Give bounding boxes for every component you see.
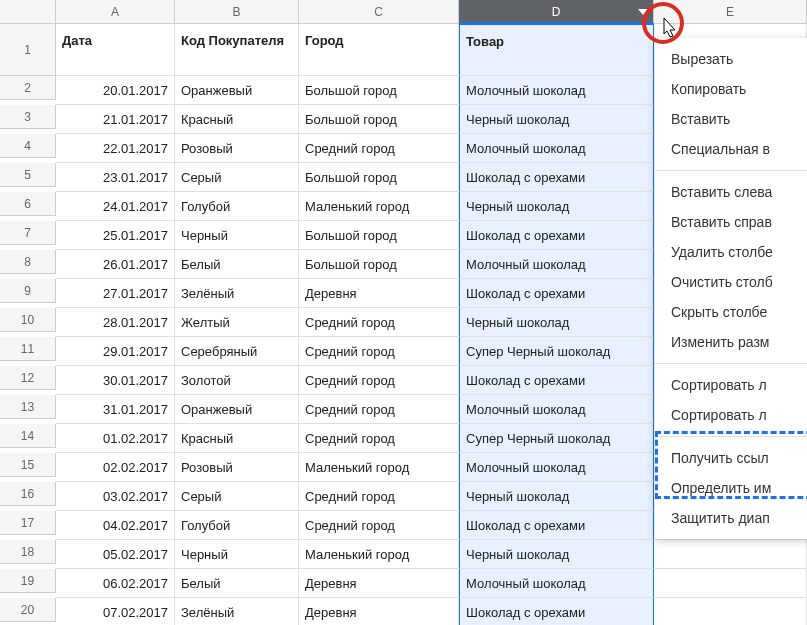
cell-A12[interactable]: 30.01.2017 (56, 366, 175, 395)
cell-A5[interactable]: 23.01.2017 (56, 163, 175, 192)
row-header-6[interactable]: 6 (0, 192, 56, 216)
col-header-D[interactable]: D (459, 0, 654, 24)
cell-D8[interactable]: Молочный шоколад (459, 250, 654, 279)
cell-A18[interactable]: 05.02.2017 (56, 540, 175, 569)
cell-D17[interactable]: Шоколад с орехами (459, 511, 654, 540)
cell-B5[interactable]: Серый (175, 163, 299, 192)
cell-B8[interactable]: Белый (175, 250, 299, 279)
cell-D11[interactable]: Супер Черный шоколад (459, 337, 654, 366)
cell-C17[interactable]: Средний город (299, 511, 459, 540)
cell-D20[interactable]: Шоколад с орехами (459, 598, 654, 625)
cell-A15[interactable]: 02.02.2017 (56, 453, 175, 482)
cell-C8[interactable]: Большой город (299, 250, 459, 279)
cell-E20[interactable] (654, 598, 807, 625)
menu-item[interactable]: Вставить справ (655, 207, 807, 237)
select-all-corner[interactable] (0, 0, 56, 24)
row-header-8[interactable]: 8 (0, 250, 56, 274)
menu-item[interactable]: Получить ссыл (655, 443, 807, 473)
row-header-14[interactable]: 14 (0, 424, 56, 448)
menu-item[interactable]: Сортировать л (655, 370, 807, 400)
cell-B7[interactable]: Черный (175, 221, 299, 250)
cell-B2[interactable]: Оранжевый (175, 76, 299, 105)
row-header-18[interactable]: 18 (0, 540, 56, 564)
header-cell-D[interactable]: Товар (459, 24, 654, 76)
cell-B20[interactable]: Зелёный (175, 598, 299, 625)
row-header-17[interactable]: 17 (0, 511, 56, 535)
menu-item[interactable]: Копировать (655, 74, 807, 104)
header-cell-A[interactable]: Дата (56, 24, 175, 76)
header-cell-B[interactable]: Код Покупателя (175, 24, 299, 76)
row-header-9[interactable]: 9 (0, 279, 56, 303)
menu-item[interactable]: Скрыть столбе (655, 297, 807, 327)
dropdown-arrow-icon[interactable] (637, 6, 649, 18)
menu-item[interactable]: Определить им (655, 473, 807, 503)
menu-item[interactable]: Вырезать (655, 44, 807, 74)
cell-D3[interactable]: Черный шоколад (459, 105, 654, 134)
cell-C13[interactable]: Средний город (299, 395, 459, 424)
cell-C3[interactable]: Большой город (299, 105, 459, 134)
cell-C7[interactable]: Большой город (299, 221, 459, 250)
cell-B3[interactable]: Красный (175, 105, 299, 134)
row-header-5[interactable]: 5 (0, 163, 56, 187)
cell-C11[interactable]: Средний город (299, 337, 459, 366)
cell-D4[interactable]: Молочный шоколад (459, 134, 654, 163)
cell-A11[interactable]: 29.01.2017 (56, 337, 175, 366)
cell-C18[interactable]: Маленький город (299, 540, 459, 569)
cell-A17[interactable]: 04.02.2017 (56, 511, 175, 540)
row-header-10[interactable]: 10 (0, 308, 56, 332)
cell-C20[interactable]: Деревня (299, 598, 459, 625)
cell-E19[interactable] (654, 569, 807, 598)
row-header-7[interactable]: 7 (0, 221, 56, 245)
menu-item[interactable]: Вставить слева (655, 177, 807, 207)
cell-B15[interactable]: Розовый (175, 453, 299, 482)
cell-C10[interactable]: Средний город (299, 308, 459, 337)
cell-B9[interactable]: Зелёный (175, 279, 299, 308)
cell-D16[interactable]: Черный шоколад (459, 482, 654, 511)
cell-D5[interactable]: Шоколад с орехами (459, 163, 654, 192)
cell-D7[interactable]: Шоколад с орехами (459, 221, 654, 250)
cell-E18[interactable] (654, 540, 807, 569)
cell-C16[interactable]: Средний город (299, 482, 459, 511)
col-header-B[interactable]: B (175, 0, 299, 24)
cell-A20[interactable]: 07.02.2017 (56, 598, 175, 625)
row-header-3[interactable]: 3 (0, 105, 56, 129)
row-header-4[interactable]: 4 (0, 134, 56, 158)
row-header-11[interactable]: 11 (0, 337, 56, 361)
col-header-A[interactable]: A (56, 0, 175, 24)
cell-D9[interactable]: Шоколад с орехами (459, 279, 654, 308)
cell-A7[interactable]: 25.01.2017 (56, 221, 175, 250)
cell-B6[interactable]: Голубой (175, 192, 299, 221)
cell-D12[interactable]: Шоколад с орехами (459, 366, 654, 395)
cell-B4[interactable]: Розовый (175, 134, 299, 163)
col-header-C[interactable]: C (299, 0, 459, 24)
row-header-20[interactable]: 20 (0, 598, 56, 622)
row-header-1[interactable]: 1 (0, 24, 56, 76)
row-header-15[interactable]: 15 (0, 453, 56, 477)
cell-B14[interactable]: Красный (175, 424, 299, 453)
row-header-13[interactable]: 13 (0, 395, 56, 419)
row-header-12[interactable]: 12 (0, 366, 56, 390)
cell-A16[interactable]: 03.02.2017 (56, 482, 175, 511)
cell-D14[interactable]: Супер Черный шоколад (459, 424, 654, 453)
cell-A19[interactable]: 06.02.2017 (56, 569, 175, 598)
cell-C5[interactable]: Большой город (299, 163, 459, 192)
cell-C9[interactable]: Деревня (299, 279, 459, 308)
cell-A3[interactable]: 21.01.2017 (56, 105, 175, 134)
cell-C2[interactable]: Большой город (299, 76, 459, 105)
cell-A6[interactable]: 24.01.2017 (56, 192, 175, 221)
cell-C14[interactable]: Средний город (299, 424, 459, 453)
menu-item[interactable]: Удалить столбе (655, 237, 807, 267)
cell-A13[interactable]: 31.01.2017 (56, 395, 175, 424)
menu-item[interactable]: Защитить диап (655, 503, 807, 533)
cell-B18[interactable]: Черный (175, 540, 299, 569)
row-header-19[interactable]: 19 (0, 569, 56, 593)
menu-item[interactable]: Изменить разм (655, 327, 807, 357)
col-header-E[interactable]: E (654, 0, 807, 24)
cell-D6[interactable]: Черный шоколад (459, 192, 654, 221)
header-cell-C[interactable]: Город (299, 24, 459, 76)
cell-D13[interactable]: Молочный шоколад (459, 395, 654, 424)
cell-D2[interactable]: Молочный шоколад (459, 76, 654, 105)
cell-B10[interactable]: Желтый (175, 308, 299, 337)
cell-B11[interactable]: Серебряный (175, 337, 299, 366)
cell-D10[interactable]: Черный шоколад (459, 308, 654, 337)
